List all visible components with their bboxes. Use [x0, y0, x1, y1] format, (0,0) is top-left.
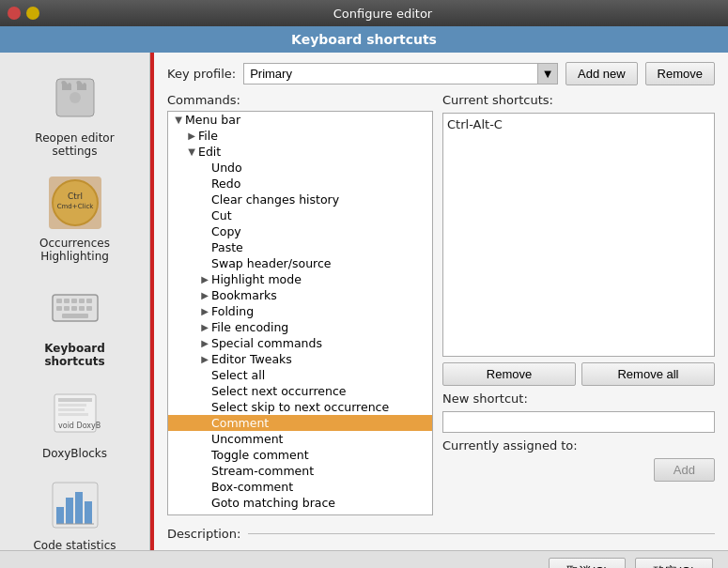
add-shortcut-button[interactable]: Add: [654, 458, 715, 482]
tree-item-goto-matching[interactable]: Goto matching brace: [168, 495, 432, 511]
add-new-button[interactable]: Add new: [565, 62, 638, 85]
tree-text-stream-comment: Stream-comment: [211, 464, 314, 478]
main-layout: Reopen editor settings Ctrl Cmd+Click Oc…: [0, 53, 728, 550]
tree-item-stream-comment[interactable]: Stream-comment: [168, 463, 432, 479]
tree-item-toggle-comment[interactable]: Toggle comment: [168, 447, 432, 463]
expand-icon-folding[interactable]: ▶: [198, 306, 211, 316]
tree-text-bookmarks: Bookmarks: [211, 288, 277, 302]
commands-tree[interactable]: ▼Menu bar▶File▼EditUndoRedoClear changes…: [167, 111, 433, 515]
commands-shortcuts-row: Commands: ▼Menu bar▶File▼EditUndoRedoCle…: [167, 93, 715, 515]
tree-item-comment[interactable]: Comment: [168, 415, 432, 431]
expand-icon-file[interactable]: ▶: [185, 130, 198, 141]
commands-label: Commands:: [167, 93, 433, 107]
svg-rect-8: [71, 299, 77, 303]
tree-text-file-encoding: File encoding: [211, 320, 288, 334]
tree-text-special-commands: Special commands: [211, 336, 322, 350]
tree-text-redo: Redo: [211, 177, 240, 191]
svg-rect-19: [58, 404, 86, 407]
tree-text-undo: Undo: [211, 161, 242, 175]
profile-select-wrap: ▼: [243, 63, 558, 84]
sidebar-item-keyboard-label: Keyboard shortcuts: [13, 342, 137, 368]
shortcuts-panel: Current shortcuts: Ctrl-Alt-C Remove Rem…: [442, 93, 715, 515]
tree-text-editor-tweaks: Editor Tweaks: [211, 352, 292, 366]
sidebar-item-occurrences[interactable]: Ctrl Cmd+Click Occurrences Highlighting: [9, 167, 141, 269]
tree-item-copy[interactable]: Copy: [168, 223, 432, 239]
sidebar-item-reopen-label: Reopen editor settings: [13, 131, 137, 158]
dialog-title: Keyboard shortcuts: [291, 32, 437, 47]
expand-icon-special-commands[interactable]: ▶: [198, 338, 211, 348]
tree-item-file[interactable]: ▶File: [168, 128, 432, 144]
tree-item-bookmarks[interactable]: ▶Bookmarks: [168, 287, 432, 303]
tree-item-redo[interactable]: Redo: [168, 176, 432, 192]
titlebar-title: Configure editor: [45, 7, 720, 21]
expand-icon-editor-tweaks[interactable]: ▶: [198, 354, 211, 364]
tree-item-select-all[interactable]: Select all: [168, 367, 432, 383]
currently-assigned-label: Currently assigned to:: [442, 438, 715, 453]
tree-item-menubar[interactable]: ▼Menu bar: [168, 112, 432, 128]
svg-rect-13: [71, 306, 77, 311]
tree-item-undo[interactable]: Undo: [168, 160, 432, 176]
svg-rect-12: [64, 306, 70, 311]
titlebar: Configure editor: [0, 0, 728, 26]
expand-icon-menubar[interactable]: ▼: [172, 115, 185, 125]
expand-icon-bookmarks[interactable]: ▶: [198, 290, 211, 300]
tree-text-copy: Copy: [211, 224, 241, 238]
tree-item-box-comment[interactable]: Box-comment: [168, 479, 432, 495]
tree-item-select-next[interactable]: Select next occurrence: [168, 383, 432, 399]
tree-item-paste[interactable]: Paste: [168, 239, 432, 255]
remove-profile-button[interactable]: Remove: [645, 62, 715, 85]
commands-panel: Commands: ▼Menu bar▶File▼EditUndoRedoCle…: [167, 93, 433, 515]
content-area: Key profile: ▼ Add new Remove Commands: …: [154, 53, 728, 550]
tree-item-cut[interactable]: Cut: [168, 207, 432, 223]
tree-text-highlight: Highlight mode: [211, 272, 302, 286]
tree-item-file-encoding[interactable]: ▶File encoding: [168, 319, 432, 335]
tree-text-select-all: Select all: [211, 368, 265, 382]
tree-text-folding: Folding: [211, 304, 254, 318]
expand-icon-highlight[interactable]: ▶: [198, 274, 211, 284]
tree-item-editor-tweaks[interactable]: ▶Editor Tweaks: [168, 351, 432, 367]
expand-icon-edit[interactable]: ▼: [185, 146, 198, 157]
svg-rect-15: [86, 306, 92, 311]
add-button-wrap: Add: [442, 458, 715, 482]
tree-item-folding[interactable]: ▶Folding: [168, 303, 432, 319]
profile-dropdown-arrow[interactable]: ▼: [537, 63, 558, 84]
sidebar-item-code-stats[interactable]: Code statistics settings: [9, 469, 141, 550]
sidebar-item-reopen[interactable]: Reopen editor settings: [9, 62, 141, 163]
puzzle-icon: [45, 68, 105, 128]
ctrl-icon: Ctrl Cmd+Click: [45, 173, 105, 233]
ok-button[interactable]: 确定(O): [635, 558, 713, 569]
tree-text-paste: Paste: [211, 240, 243, 254]
tree-item-swap-header[interactable]: Swap header/source: [168, 255, 432, 271]
tree-item-special-commands[interactable]: ▶Special commands: [168, 335, 432, 351]
svg-rect-20: [58, 408, 85, 411]
shortcut-value: Ctrl-Alt-C: [447, 117, 503, 131]
new-shortcut-label: New shortcut:: [442, 391, 715, 406]
cancel-button[interactable]: 取消(C): [549, 558, 626, 569]
new-shortcut-input[interactable]: [442, 411, 715, 433]
svg-rect-18: [58, 398, 92, 402]
remove-all-shortcuts-button[interactable]: Remove all: [581, 362, 715, 386]
tree-item-clear-history[interactable]: Clear changes history: [168, 192, 432, 207]
tree-item-uncomment[interactable]: Uncomment: [168, 431, 432, 447]
remove-shortcut-button[interactable]: Remove: [442, 362, 576, 386]
dialog-header: Keyboard shortcuts: [0, 26, 728, 53]
profile-select-input[interactable]: [243, 63, 558, 84]
svg-rect-25: [66, 498, 73, 524]
sidebar-item-doxy[interactable]: void DoxyBlocks... DoxyBlocks: [9, 377, 141, 466]
bottom-bar: 取消(C) 确定(O): [0, 550, 728, 568]
close-button[interactable]: [8, 7, 21, 20]
sidebar-item-keyboard[interactable]: Keyboard shortcuts: [9, 272, 141, 374]
expand-icon-file-encoding[interactable]: ▶: [198, 322, 211, 332]
minimize-button[interactable]: [26, 7, 39, 20]
description-label: Description:: [167, 527, 240, 541]
keyboard-icon: [45, 278, 105, 338]
tree-item-select-skip[interactable]: Select skip to next occurrence: [168, 399, 432, 415]
svg-rect-16: [62, 314, 88, 318]
current-shortcuts-label: Current shortcuts:: [442, 93, 715, 107]
tree-text-cut: Cut: [211, 208, 232, 223]
tree-item-edit[interactable]: ▼Edit: [168, 144, 432, 160]
key-profile-row: Key profile: ▼ Add new Remove: [167, 62, 715, 85]
svg-rect-11: [56, 306, 62, 311]
tree-item-highlight[interactable]: ▶Highlight mode: [168, 271, 432, 287]
svg-rect-7: [64, 299, 70, 303]
